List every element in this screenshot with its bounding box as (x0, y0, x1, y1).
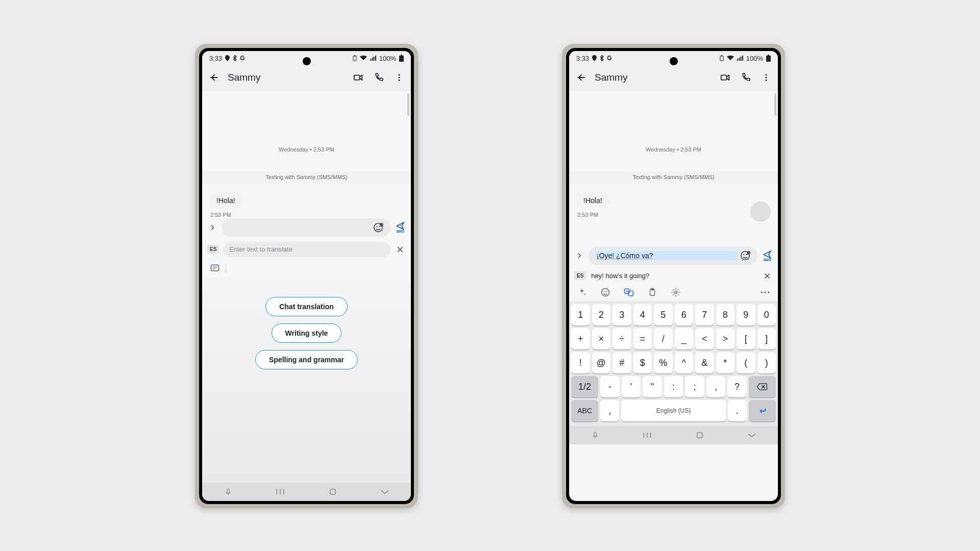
key-_[interactable]: _ (675, 328, 694, 349)
lang-badge[interactable]: ES (207, 245, 219, 254)
translate-row: ES Enter text to translate (202, 240, 411, 259)
home-icon[interactable] (327, 486, 339, 498)
key-3[interactable]: 3 (612, 304, 631, 325)
smiley-icon[interactable] (600, 287, 611, 298)
key-#[interactable]: # (612, 352, 631, 373)
expand-chevron-icon[interactable] (207, 222, 217, 233)
contact-name[interactable]: Sammy (595, 72, 712, 83)
send-button[interactable]: SMS (762, 250, 773, 262)
scrollbar[interactable] (774, 93, 776, 116)
translate-icon[interactable]: A (623, 287, 634, 298)
key-4[interactable]: 4 (633, 304, 652, 325)
phone-call-icon[interactable] (372, 71, 385, 84)
key-?[interactable]: ? (727, 376, 747, 397)
keyboard-hide-icon[interactable] (379, 486, 391, 498)
emoji-icon[interactable] (371, 220, 385, 235)
key-symbol-toggle[interactable]: 1/2 (571, 376, 598, 397)
key->[interactable]: > (716, 328, 735, 349)
key-$[interactable]: $ (633, 352, 652, 373)
conversation-area[interactable]: Wednesday • 2:53 PM Texting with Sammy (… (569, 90, 778, 243)
key-×[interactable]: × (592, 328, 611, 349)
key-&[interactable]: & (695, 352, 714, 373)
close-icon[interactable] (762, 270, 773, 282)
suggestion-chat-translation[interactable]: Chat translation (265, 297, 348, 316)
key-6[interactable]: 6 (675, 304, 694, 325)
video-call-icon[interactable] (352, 71, 365, 84)
suggestion-writing-style[interactable]: Writing style (272, 323, 342, 343)
key-"[interactable]: " (643, 376, 662, 397)
key-=[interactable]: = (633, 328, 652, 349)
key-÷[interactable]: ÷ (612, 328, 631, 349)
key-[[interactable]: [ (737, 328, 755, 349)
translate-mode-icon[interactable] (209, 262, 220, 273)
ai-sparkle-icon[interactable] (576, 287, 587, 298)
key-<[interactable]: < (695, 328, 714, 349)
video-call-icon[interactable] (719, 71, 732, 84)
compose-input[interactable]: ¡Oye! ¿Cómo va? (589, 246, 757, 265)
expand-chevron-icon[interactable] (574, 251, 584, 261)
key-*[interactable]: * (716, 352, 735, 373)
key-/[interactable]: / (654, 328, 673, 349)
key-:[interactable]: : (664, 376, 683, 397)
key-'[interactable]: ' (622, 376, 641, 397)
key-8[interactable]: 8 (716, 304, 735, 325)
key-;[interactable]: ; (685, 376, 704, 397)
more-icon[interactable] (760, 71, 773, 84)
close-icon[interactable] (395, 244, 406, 255)
home-icon[interactable] (694, 429, 706, 441)
key-enter[interactable] (749, 400, 776, 421)
android-nav-bar (569, 426, 778, 444)
key-+[interactable]: + (571, 328, 590, 349)
key-5[interactable]: 5 (654, 304, 673, 325)
key-0[interactable]: 0 (757, 304, 776, 325)
conversation-area[interactable]: Wednesday • 2:53 PM Texting with Sammy (… (202, 90, 411, 277)
key-][interactable]: ] (757, 328, 776, 349)
key-)[interactable]: ) (757, 352, 776, 373)
key-period[interactable]: . (728, 400, 747, 421)
translate-input[interactable]: Enter text to translate (223, 242, 390, 257)
key-@[interactable]: @ (592, 352, 611, 373)
front-camera (670, 57, 678, 65)
key-abc[interactable]: ABC (571, 400, 598, 421)
mic-icon[interactable] (589, 429, 601, 441)
phone-right: 3:33 G 100% Sammy (562, 44, 785, 508)
key-9[interactable]: 9 (737, 304, 755, 325)
key-^[interactable]: ^ (675, 352, 694, 373)
translate-input[interactable]: hey! how's it going? (590, 270, 757, 282)
message-bubble[interactable]: !Hola! (576, 192, 609, 209)
more-horizontal-icon[interactable] (760, 287, 771, 298)
compose-input[interactable] (222, 218, 390, 237)
svg-point-6 (399, 77, 400, 79)
battery-small-icon (353, 55, 357, 61)
mic-icon[interactable] (222, 486, 234, 498)
lang-badge[interactable]: ES (574, 271, 586, 280)
gear-icon[interactable] (670, 287, 681, 298)
keyboard-hide-icon[interactable] (746, 429, 758, 441)
location-icon (592, 55, 597, 61)
message-bubble[interactable]: !Hola! (209, 192, 242, 209)
clipboard-icon[interactable] (647, 287, 658, 298)
key-7[interactable]: 7 (695, 304, 714, 325)
key-([interactable]: ( (737, 352, 755, 373)
more-icon[interactable] (393, 71, 406, 84)
contact-name[interactable]: Sammy (228, 72, 345, 83)
recents-icon[interactable] (274, 486, 286, 498)
scrollbar[interactable] (407, 93, 409, 116)
message-time: 2:53 PM (577, 212, 770, 218)
key-,[interactable]: , (706, 376, 726, 397)
key-comma[interactable]: , (600, 400, 619, 421)
key-backspace[interactable] (749, 376, 776, 397)
send-button[interactable]: SMS (395, 221, 406, 233)
phone-call-icon[interactable] (739, 71, 752, 84)
emoji-icon[interactable] (738, 248, 752, 263)
key-%[interactable]: % (654, 352, 673, 373)
back-icon[interactable] (574, 71, 587, 84)
key-2[interactable]: 2 (592, 304, 611, 325)
key--[interactable]: - (600, 376, 620, 397)
key-![interactable]: ! (571, 352, 590, 373)
key-space[interactable]: English (US) (621, 400, 726, 421)
key-1[interactable]: 1 (571, 304, 590, 325)
suggestion-spelling-grammar[interactable]: Spelling and grammar (255, 350, 358, 369)
back-icon[interactable] (207, 71, 220, 84)
recents-icon[interactable] (641, 429, 653, 441)
